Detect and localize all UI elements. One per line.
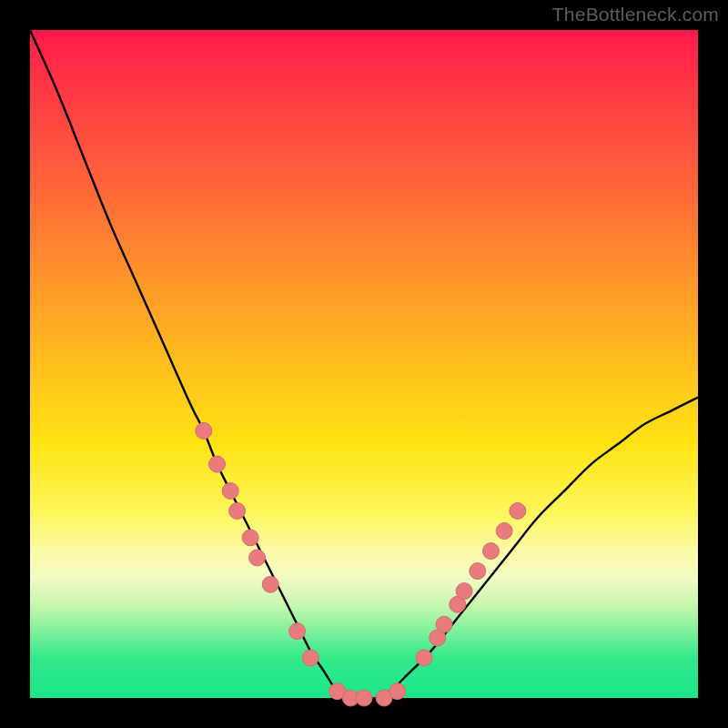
- marker-dot: [222, 482, 238, 499]
- marker-dot: [209, 456, 226, 472]
- plot-area: [30, 30, 698, 698]
- marker-dot: [510, 502, 526, 519]
- marker-dot: [249, 550, 266, 566]
- marker-dot: [456, 583, 472, 600]
- marker-dot: [416, 650, 432, 666]
- marker-dot: [289, 623, 306, 640]
- marker-dot: [262, 576, 278, 592]
- chart-stage: TheBottleneck.com: [0, 0, 728, 728]
- marker-dot: [470, 563, 486, 580]
- marker-dot: [436, 616, 452, 632]
- marker-dot: [389, 683, 406, 700]
- marker-dot: [196, 422, 212, 439]
- marker-dot: [302, 650, 318, 666]
- watermark-text: TheBottleneck.com: [552, 4, 719, 25]
- marker-group: [196, 422, 526, 706]
- curve-svg: [30, 30, 698, 698]
- marker-dot: [482, 543, 499, 560]
- bottleneck-curve: [30, 30, 698, 699]
- marker-dot: [242, 530, 258, 546]
- marker-dot: [356, 690, 372, 706]
- marker-dot: [496, 523, 512, 540]
- marker-dot: [229, 502, 246, 519]
